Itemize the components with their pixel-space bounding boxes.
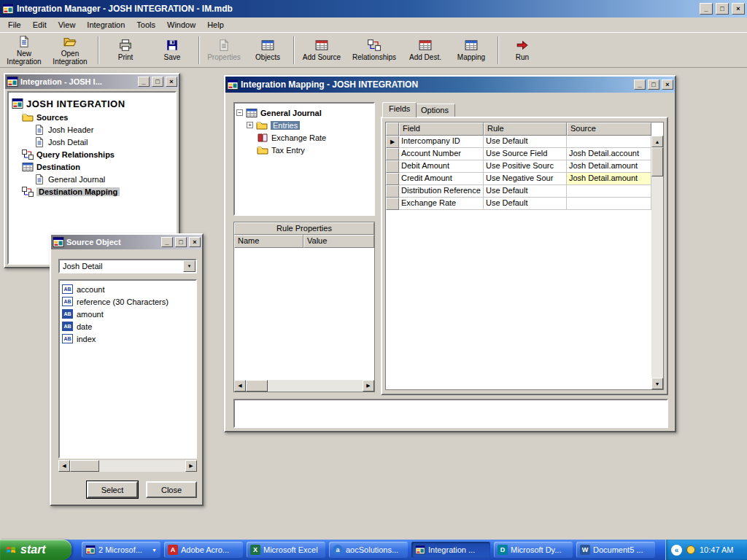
close-button[interactable]: Close xyxy=(146,481,197,498)
source-maximize-button[interactable]: □ xyxy=(175,237,187,247)
scrollbar-track[interactable] xyxy=(268,380,363,392)
run-button[interactable]: Run xyxy=(502,34,543,66)
row-selector[interactable] xyxy=(386,185,399,198)
tree-item-exchange-rate[interactable]: Exchange Rate xyxy=(236,131,372,144)
source-cell[interactable]: Josh Detail.amount xyxy=(567,160,651,173)
menu-help[interactable]: Help xyxy=(201,18,230,31)
row-selector[interactable] xyxy=(386,173,399,185)
collapse-box-icon[interactable]: − xyxy=(236,109,243,116)
tree-item-tax-entry[interactable]: Tax Entry xyxy=(236,144,372,156)
list-item-reference[interactable]: AB reference (30 Characters) xyxy=(61,295,195,308)
scroll-left-button[interactable]: ◀ xyxy=(58,460,70,472)
list-item-date[interactable]: AB date xyxy=(61,320,195,332)
scroll-left-button[interactable]: ◀ xyxy=(234,380,246,392)
source-cell[interactable]: Josh Detail.account xyxy=(567,148,651,160)
source-column-header[interactable]: Source xyxy=(567,122,651,136)
menu-window[interactable]: Window xyxy=(161,18,201,31)
grid-row[interactable]: Account Number Use Source Field Josh Det… xyxy=(386,148,663,160)
expand-box-icon[interactable]: + xyxy=(247,122,253,128)
main-window-titlebar[interactable]: Integration Manager - JOSH INTEGRATION -… xyxy=(0,0,747,18)
taskbar-item-aocsolutions[interactable]: a aocSolutions... xyxy=(329,542,408,558)
tree-item-destination[interactable]: Destination xyxy=(10,160,174,173)
field-cell[interactable]: Credit Amount xyxy=(399,173,484,185)
open-integration-button[interactable]: Open Integration xyxy=(45,34,95,66)
grid-row[interactable]: ▶ Intercompany ID Use Default xyxy=(386,136,663,148)
rule-cell[interactable]: Use Default xyxy=(484,185,567,198)
grid-row[interactable]: Credit Amount Use Negative Sour Josh Det… xyxy=(386,173,663,185)
tree-item-general-journal[interactable]: General Journal xyxy=(10,173,174,185)
main-minimize-button[interactable]: _ xyxy=(700,3,713,15)
source-cell[interactable] xyxy=(567,185,651,198)
scroll-down-button[interactable]: ▼ xyxy=(651,378,663,389)
add-source-button[interactable]: Add Source xyxy=(298,34,346,66)
field-cell[interactable]: Account Number xyxy=(399,148,484,160)
properties-button[interactable]: Properties xyxy=(203,34,245,66)
scroll-right-button[interactable]: ▶ xyxy=(185,460,197,472)
rule-cell[interactable]: Use Positive Sourc xyxy=(484,160,567,173)
main-restore-button[interactable]: □ xyxy=(716,3,729,15)
field-cell[interactable]: Debit Amount xyxy=(399,160,484,173)
row-selector[interactable] xyxy=(386,148,399,160)
source-cell-selected[interactable]: Josh Detail.amount xyxy=(567,173,651,185)
taskbar-item-excel[interactable]: X Microsoft Excel xyxy=(247,542,325,558)
tree-item-sources[interactable]: Sources xyxy=(10,111,174,123)
list-item-amount[interactable]: AB amount xyxy=(61,308,195,320)
source-object-combobox[interactable]: Josh Detail ▼ xyxy=(58,259,197,273)
menu-file[interactable]: File xyxy=(2,18,27,31)
source-close-window-button[interactable]: × xyxy=(189,237,201,247)
rule-properties-hscrollbar[interactable]: ◀ ▶ xyxy=(234,380,374,392)
tree-item-entries[interactable]: + Entries xyxy=(236,119,372,131)
select-button[interactable]: Select xyxy=(87,481,138,498)
grid-row[interactable]: Debit Amount Use Positive Sourc Josh Det… xyxy=(386,160,663,173)
scrollbar-track[interactable] xyxy=(99,460,185,472)
tray-collapse-chevron-icon[interactable]: « xyxy=(671,545,682,556)
tree-item-query-relationships[interactable]: Query Relationships xyxy=(10,148,174,160)
scrollbar-thumb[interactable] xyxy=(246,380,268,392)
mapping-maximize-button[interactable]: □ xyxy=(648,79,659,90)
add-dest-button[interactable]: Add Dest. xyxy=(403,34,448,66)
scroll-right-button[interactable]: ▶ xyxy=(363,380,374,392)
rule-cell[interactable]: Use Negative Sour xyxy=(484,173,567,185)
integration-maximize-button[interactable]: □ xyxy=(152,77,163,87)
menu-edit[interactable]: Edit xyxy=(27,18,53,31)
grid-row[interactable]: Distribution Reference Use Default xyxy=(386,185,663,198)
rule-cell[interactable]: Use Default xyxy=(484,136,567,148)
rule-name-column-header[interactable]: Name xyxy=(234,235,303,248)
source-minimize-button[interactable]: _ xyxy=(161,237,173,247)
menu-tools[interactable]: Tools xyxy=(131,18,161,31)
source-cell[interactable] xyxy=(567,198,651,210)
listbox-hscrollbar[interactable]: ◀ ▶ xyxy=(58,460,197,472)
integration-window-titlebar[interactable]: Integration - JOSH I... _ □ × xyxy=(5,74,179,89)
rule-cell[interactable]: Use Source Field xyxy=(484,148,567,160)
row-selector-current[interactable]: ▶ xyxy=(386,136,399,148)
row-selector[interactable] xyxy=(386,160,399,173)
print-button[interactable]: Print xyxy=(102,34,149,66)
taskbar-item-grouped-microsoft[interactable]: 2 Microsof... ▼ xyxy=(82,542,160,558)
integration-close-button[interactable]: × xyxy=(166,77,177,87)
combobox-dropdown-button[interactable]: ▼ xyxy=(183,260,196,272)
save-button[interactable]: Save xyxy=(149,34,196,66)
menu-view[interactable]: View xyxy=(53,18,82,31)
grid-vscrollbar[interactable]: ▲ ▼ xyxy=(651,136,663,389)
integration-minimize-button[interactable]: _ xyxy=(138,77,150,87)
mapping-close-button[interactable]: × xyxy=(662,79,673,90)
tree-root-josh-integration[interactable]: JOSH INTEGRATION xyxy=(10,96,174,111)
tree-item-josh-header[interactable]: Josh Header xyxy=(10,123,174,136)
menu-integration[interactable]: Integration xyxy=(81,18,131,31)
source-cell[interactable] xyxy=(567,136,651,148)
tab-fields[interactable]: Fields xyxy=(382,102,417,117)
field-cell[interactable]: Intercompany ID xyxy=(399,136,484,148)
mapping-window-titlebar[interactable]: Integration Mapping - JOSH INTEGRATION _… xyxy=(225,77,675,93)
scrollbar-track[interactable] xyxy=(651,176,663,378)
list-item-index[interactable]: AB index xyxy=(61,332,195,345)
row-selector[interactable] xyxy=(386,198,399,210)
tree-item-josh-detail[interactable]: Josh Detail xyxy=(10,136,174,148)
list-item-account[interactable]: AB account xyxy=(61,283,195,295)
rule-column-header[interactable]: Rule xyxy=(484,122,567,136)
taskbar-item-adobe[interactable]: A Adobe Acro... xyxy=(164,542,243,558)
tab-options[interactable]: Options xyxy=(414,104,455,117)
taskbar-item-dynamics[interactable]: D Microsoft Dy... xyxy=(494,542,573,558)
tree-root-general-journal[interactable]: − General Journal xyxy=(236,106,372,119)
scrollbar-thumb[interactable] xyxy=(651,147,663,176)
grid-row[interactable]: Exchange Rate Use Default xyxy=(386,198,663,210)
